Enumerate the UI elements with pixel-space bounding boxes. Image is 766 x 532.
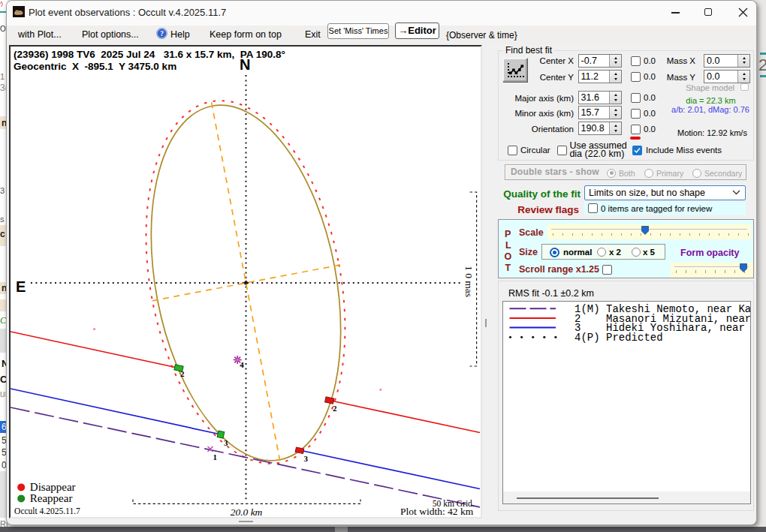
svg-text:Disappear: Disappear — [30, 481, 76, 493]
svg-text:Plot width: 42 km: Plot width: 42 km — [400, 506, 474, 517]
svg-text:Occult 4.2025.11.7: Occult 4.2025.11.7 — [14, 506, 80, 515]
svg-text:3: 3 — [304, 454, 309, 463]
svg-text:1: 1 — [213, 452, 218, 461]
svg-text:2: 2 — [180, 369, 185, 378]
svg-text:N: N — [240, 56, 250, 73]
svg-text:20.0 km: 20.0 km — [231, 506, 263, 517]
svg-text:4: 4 — [240, 360, 244, 369]
svg-text:1 0 mas: 1 0 mas — [463, 266, 475, 297]
svg-text:Reappear: Reappear — [30, 492, 73, 504]
svg-text:4(P) Predicted: 4(P) Predicted — [574, 331, 663, 343]
svg-text:3: 3 — [224, 438, 228, 447]
svg-text:E: E — [16, 278, 26, 295]
svg-text:2: 2 — [333, 404, 337, 413]
svg-text:Geocentric X -895.1 Y 3475.: Geocentric X -895.1 Y 3475.0 km — [14, 61, 176, 72]
svg-text:?: ? — [160, 30, 164, 38]
